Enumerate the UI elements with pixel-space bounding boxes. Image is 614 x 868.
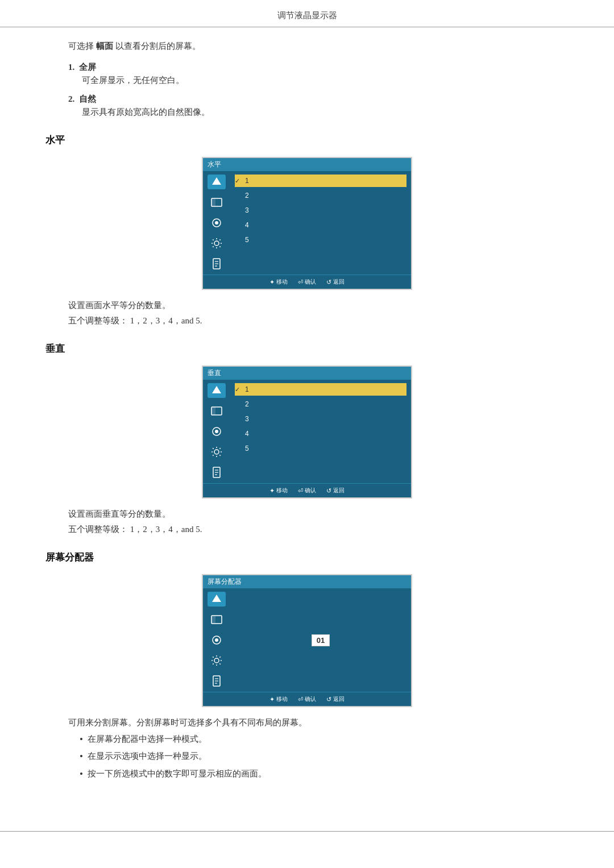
svg-point-15 [214,450,219,454]
osd-menu-distributor: 屏幕分配器 [202,574,412,707]
svg-rect-2 [211,198,215,206]
desc-vertical: 设置画面垂直等分的数量。 [68,509,569,520]
mockup-vertical: 垂直 [45,366,569,499]
icon-gear-d [208,653,226,668]
osd-title-distributor: 屏幕分配器 [203,575,411,588]
svg-point-14 [215,430,218,433]
osd-content-h: ✓ 1 2 3 4 [230,171,411,275]
page-footer [0,831,614,836]
osd-body-horizontal: ✓ 1 2 3 4 [203,171,411,275]
osd-content-distributor: 01 [230,588,411,692]
svg-point-24 [215,638,218,642]
osd-list-item-v-5: 5 [235,442,406,455]
osd-menu-vertical: 垂直 [202,366,412,499]
page-header: 调节液晶显示器 [0,0,614,27]
osd-list-item-h-5: 5 [235,234,406,246]
icon-arrow-d [208,592,226,607]
bullet-item-3: • 按一下所选模式中的数字即可显示相应的画面。 [80,769,569,780]
item2-desc: 显示具有原始宽高比的自然图像。 [82,107,569,118]
osd-list-item-v-1: ✓ 1 [235,383,406,396]
osd-content-v: ✓ 1 2 3 4 [230,380,411,483]
osd-list-item-v-2: 2 [235,398,406,410]
svg-point-25 [214,658,219,663]
osd-icons-col-v [203,380,230,483]
icon-circle-d [208,633,226,647]
osd-list-item-h-4: 4 [235,219,406,231]
levels-horizontal: 五个调整等级： 1，2，3，4，and 5. [68,315,569,326]
footer-back-d: ↺ 返回 [326,695,345,703]
footer-confirm-h: ⏎ 确认 [298,278,316,286]
icon-picture-d [208,612,226,627]
osd-list-item-h-2: 2 [235,189,406,202]
svg-marker-0 [212,177,221,185]
intro-line: 可选择 幅面 以查看分割后的屏幕。 [68,41,569,52]
icon-arrow-h [208,175,226,189]
osd-icons-col-d [203,588,230,692]
bullet-item-2: • 在显示示选项中选择一种显示。 [80,751,569,762]
osd-icons-col-h [203,171,230,275]
icon-picture-h [208,195,226,210]
footer-confirm-v: ⏎ 确认 [298,487,316,495]
footer-confirm-d: ⏎ 确认 [298,695,316,703]
icon-gear-v [208,445,226,459]
osd-title-vertical: 垂直 [203,367,411,380]
icon-circle-v [208,424,226,439]
mockup-horizontal: 水平 [45,157,569,290]
osd-list-item-v-3: 3 [235,413,406,425]
svg-marker-10 [212,386,221,393]
svg-point-4 [215,221,218,225]
svg-marker-20 [212,595,221,602]
mockup-distributor: 屏幕分配器 [45,574,569,707]
bullet-list-distributor: • 在屏幕分配器中选择一种模式。 • 在显示示选项中选择一种显示。 • 按一下所… [80,734,569,780]
footer-back-v: ↺ 返回 [326,487,345,495]
svg-rect-22 [211,616,215,624]
icon-picture-v [208,404,226,418]
bold-word: 幅面 [96,41,113,51]
section-heading-horizontal: 水平 [45,134,569,147]
desc-horizontal: 设置画面水平等分的数量。 [68,300,569,311]
icon-doc-d [208,674,226,688]
svg-rect-12 [211,407,215,415]
numbered-item-2: 2. 自然 显示具有原始宽高比的自然图像。 [68,94,569,118]
osd-menu-horizontal: 水平 [202,157,412,290]
footer-move-h: ✦ 移动 [269,278,288,286]
bullet-item-1: • 在屏幕分配器中选择一种模式。 [80,734,569,745]
item1-desc: 可全屏显示，无任何空白。 [82,75,569,86]
osd-list-item-v-4: 4 [235,427,406,440]
osd-footer-h: ✦ 移动 ⏎ 确认 ↺ 返回 [203,275,411,289]
item2-label: 2. 自然 [68,94,569,105]
osd-footer-v: ✦ 移动 ⏎ 确认 ↺ 返回 [203,483,411,497]
dist-number: 01 [312,634,330,646]
osd-list-item-h-1: ✓ 1 [235,175,406,187]
section-heading-distributor: 屏幕分配器 [45,551,569,564]
header-title: 调节液晶显示器 [277,11,337,20]
svg-point-5 [214,241,219,246]
item1-label: 1. 全屏 [68,62,569,73]
osd-body-distributor: 01 [203,588,411,692]
osd-footer-d: ✦ 移动 ⏎ 确认 ↺ 返回 [203,692,411,706]
icon-doc-v [208,465,226,480]
page-content: 可选择 幅面 以查看分割后的屏幕。 1. 全屏 可全屏显示，无任何空白。 2. … [0,41,614,808]
osd-list-item-h-3: 3 [235,204,406,217]
icon-circle-h [208,215,226,230]
footer-move-v: ✦ 移动 [269,487,288,495]
osd-body-vertical: ✓ 1 2 3 4 [203,380,411,483]
icon-doc-h [208,256,226,271]
section-heading-vertical: 垂直 [45,342,569,355]
numbered-item-1: 1. 全屏 可全屏显示，无任何空白。 [68,62,569,86]
footer-move-d: ✦ 移动 [269,695,288,703]
footer-back-h: ↺ 返回 [326,278,345,286]
levels-vertical: 五个调整等级： 1，2，3，4，and 5. [68,524,569,535]
icon-arrow-v [208,383,226,398]
osd-title-horizontal: 水平 [203,158,411,171]
icon-gear-h [208,236,226,251]
desc-distributor: 可用来分割屏幕。分割屏幕时可选择多个具有不同布局的屏幕。 [68,717,569,728]
